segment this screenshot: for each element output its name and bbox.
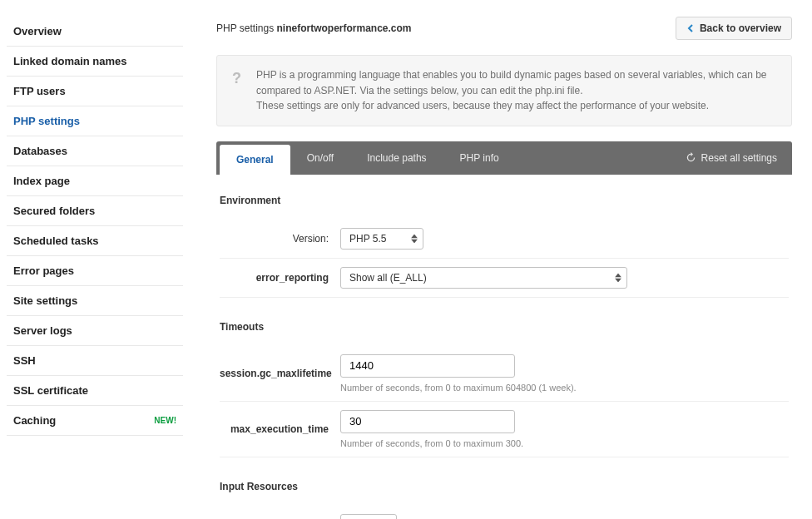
- sidebar-item-ssh[interactable]: SSH: [7, 346, 183, 376]
- reset-all-settings-button[interactable]: Reset all settings: [671, 141, 792, 175]
- sidebar-item-overview[interactable]: Overview: [7, 17, 183, 47]
- version-label: Version:: [220, 233, 340, 245]
- sidebar-item-index-page[interactable]: Index page: [7, 166, 183, 196]
- new-badge: NEW!: [154, 416, 176, 425]
- select-arrows-icon: [615, 273, 621, 282]
- error-reporting-label: error_reporting: [220, 272, 340, 284]
- info-text-2: These settings are only for advanced use…: [256, 98, 776, 114]
- max-exec-time-input[interactable]: [340, 410, 515, 433]
- post-max-size-select[interactable]: 8M: [340, 514, 397, 519]
- chevron-left-icon: [686, 24, 695, 32]
- sidebar-item-error-pages[interactable]: Error pages: [7, 256, 183, 286]
- sidebar: Overview Linked domain names FTP users P…: [0, 0, 183, 519]
- question-icon: ?: [232, 67, 241, 114]
- max-exec-time-hint: Number of seconds, from 0 to maximum 300…: [340, 438, 789, 448]
- sidebar-item-databases[interactable]: Databases: [7, 136, 183, 166]
- main-content: PHP settings ninefortwoperformance.com B…: [183, 0, 812, 519]
- sidebar-item-site-settings[interactable]: Site settings: [7, 286, 183, 316]
- section-environment-title: Environment: [220, 195, 789, 206]
- refresh-icon: [686, 152, 696, 163]
- tab-php-info[interactable]: PHP info: [443, 141, 516, 175]
- section-timeouts-title: Timeouts: [220, 321, 789, 333]
- sidebar-item-ftp-users[interactable]: FTP users: [7, 77, 183, 106]
- page-title: PHP settings ninefortwoperformance.com: [216, 22, 412, 34]
- gc-maxlifetime-label: session.gc_maxlifetime: [220, 368, 340, 379]
- section-input-resources-title: Input Resources: [220, 481, 789, 492]
- sidebar-item-scheduled-tasks[interactable]: Scheduled tasks: [7, 226, 183, 256]
- info-box: ? PHP is a programming language that ena…: [216, 55, 792, 126]
- sidebar-item-secured-folders[interactable]: Secured folders: [7, 196, 183, 226]
- tab-include-paths[interactable]: Include paths: [350, 141, 443, 175]
- sidebar-item-linked-domains[interactable]: Linked domain names: [7, 47, 183, 77]
- tab-onoff[interactable]: On/off: [290, 141, 350, 175]
- sidebar-item-caching[interactable]: Caching NEW!: [7, 406, 183, 436]
- sidebar-item-php-settings[interactable]: PHP settings: [7, 106, 183, 136]
- tab-general[interactable]: General: [220, 145, 290, 175]
- sidebar-item-ssl-certificate[interactable]: SSL certificate: [7, 376, 183, 406]
- back-to-overview-button[interactable]: Back to overview: [676, 17, 792, 40]
- select-arrows-icon: [411, 234, 418, 243]
- error-reporting-select[interactable]: Show all (E_ALL): [340, 267, 627, 289]
- sidebar-item-server-logs[interactable]: Server logs: [7, 316, 183, 346]
- max-exec-time-label: max_execution_time: [220, 423, 340, 435]
- gc-maxlifetime-input[interactable]: [340, 354, 515, 378]
- gc-maxlifetime-hint: Number of seconds, from 0 to maximum 604…: [340, 383, 789, 393]
- tab-bar: General On/off Include paths PHP info Re…: [216, 141, 792, 175]
- version-select[interactable]: PHP 5.5: [340, 228, 423, 250]
- info-text-1: PHP is a programming language that enabl…: [256, 67, 776, 98]
